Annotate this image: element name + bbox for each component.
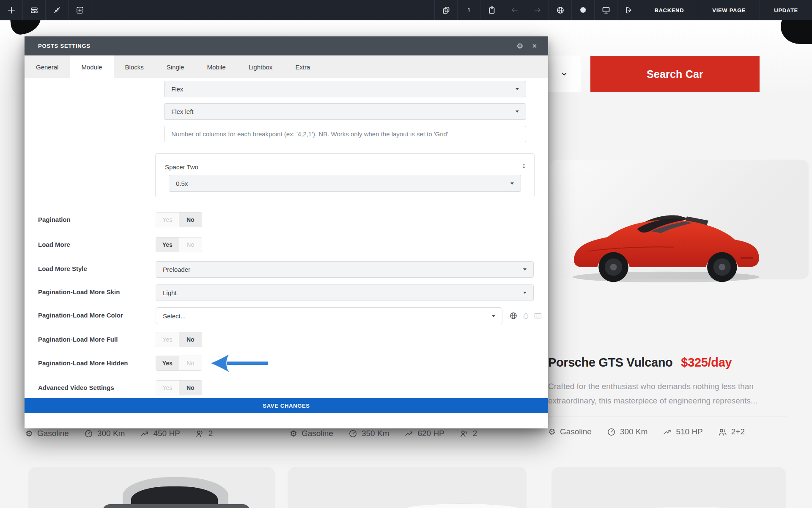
pagination-no-option[interactable]: No	[179, 213, 202, 227]
car-price: $325/day	[681, 356, 732, 370]
undo-button[interactable]	[503, 0, 526, 20]
search-form-dropdown[interactable]	[547, 56, 581, 92]
advanced-video-no-option[interactable]: No	[179, 381, 202, 395]
backend-button[interactable]: BACKEND	[640, 0, 698, 20]
settings-button[interactable]	[571, 0, 594, 20]
layout-button[interactable]	[23, 0, 46, 20]
chevron-down-icon	[560, 69, 569, 79]
load-more-label: Load More	[38, 241, 70, 248]
copy-pages-button[interactable]	[434, 0, 457, 20]
car-listing-card	[551, 467, 786, 508]
full-no-option[interactable]: No	[179, 332, 202, 347]
seats-icon	[718, 428, 727, 436]
spec-fuel-value: Gasoline	[560, 427, 592, 436]
skin-label: Pagination-Load More Skin	[38, 288, 120, 295]
caret-down-icon	[516, 88, 519, 90]
exit-button[interactable]	[617, 0, 640, 20]
page-count-value: 1	[467, 7, 471, 14]
caret-down-icon	[523, 292, 527, 294]
collapse-button[interactable]	[46, 0, 69, 20]
load-more-style-select[interactable]: Preloader	[156, 261, 534, 278]
globe-button[interactable]	[549, 0, 571, 20]
hidden-yes-option[interactable]: Yes	[156, 356, 179, 370]
skin-select[interactable]: Light	[156, 284, 534, 301]
spec-power-value: 510 HP	[676, 427, 702, 436]
plus-icon	[7, 6, 16, 14]
spec-seats: 2+2	[718, 427, 745, 436]
columns-icon[interactable]	[534, 312, 542, 319]
tab-general[interactable]: General	[25, 55, 70, 78]
gauge-icon	[348, 429, 357, 438]
close-icon[interactable]: ✕	[532, 43, 537, 49]
add-element-button[interactable]	[0, 0, 23, 20]
tab-lightbox[interactable]: Lightbox	[237, 55, 284, 78]
monitor-icon	[602, 6, 610, 14]
hidden-label: Pagination-Load More Hidden	[38, 359, 128, 367]
modal-gear-icon[interactable]: ⚙	[516, 42, 523, 50]
layout-align-select[interactable]: Flex left	[164, 103, 526, 120]
skin-select-value: Light	[163, 289, 177, 296]
globe-icon[interactable]	[509, 312, 518, 320]
caret-down-icon	[492, 315, 495, 317]
spacer-two-card: Spacer Two ↕ 0.5x	[155, 153, 535, 197]
pagination-label: Pagination	[38, 216, 71, 223]
layout-icon	[30, 6, 38, 14]
load-more-yes-option[interactable]: Yes	[156, 237, 179, 252]
view-page-label: VIEW PAGE	[712, 7, 746, 14]
spacer-two-label: Spacer Two	[165, 163, 198, 171]
background-specs-left: ⚙ Gasoline 300 Km 450 HP 2	[25, 429, 213, 438]
car-specs-row: ⚙ Gasoline 300 Km 510 HP 2+2	[548, 417, 787, 436]
update-button[interactable]: UPDATE	[760, 0, 812, 20]
spec-seats-value: 2	[473, 429, 477, 438]
tab-module[interactable]: Module	[70, 55, 113, 78]
spacer-two-select-value: 0.5x	[176, 180, 188, 187]
spec-power-value: 620 HP	[417, 429, 444, 438]
spec-range: 300 Km	[84, 429, 125, 438]
spacer-two-select[interactable]: 0.5x	[169, 175, 521, 192]
clipboard-button[interactable]	[480, 0, 503, 20]
car-thumbnail-body	[102, 504, 250, 508]
car-name: Porsche GTS Vulcano	[548, 356, 672, 370]
spec-power-value: 450 HP	[153, 429, 180, 438]
modal-title: POSTS SETTINGS	[38, 43, 91, 49]
clipboard-icon	[488, 6, 496, 14]
tab-mobile[interactable]: Mobile	[195, 55, 237, 78]
resize-vertical-icon[interactable]: ↕	[522, 162, 526, 170]
full-toggle: Yes No	[156, 332, 202, 347]
spec-seats-value: 2+2	[731, 427, 745, 436]
tab-blocks[interactable]: Blocks	[114, 55, 155, 78]
spec-range: 350 Km	[348, 429, 389, 438]
tab-extra[interactable]: Extra	[284, 55, 321, 78]
hidden-no-option[interactable]: No	[179, 356, 202, 370]
tab-single[interactable]: Single	[155, 55, 196, 78]
columns-input[interactable]	[164, 126, 526, 142]
posts-settings-modal: POSTS SETTINGS ⚙ ✕ General Module Blocks…	[25, 36, 548, 428]
advanced-video-yes-option[interactable]: Yes	[156, 381, 179, 395]
trending-up-icon	[140, 429, 149, 438]
full-label: Pagination-Load More Full	[38, 336, 118, 343]
spec-seats: 2	[460, 429, 477, 438]
responsive-preview-button[interactable]	[594, 0, 617, 20]
spec-fuel-value: Gasoline	[37, 429, 69, 438]
globe-icon	[556, 6, 565, 14]
background-specs-middle: ⚙ Gasoline 350 Km 620 HP 2	[290, 429, 477, 438]
backend-label: BACKEND	[654, 7, 684, 14]
search-car-button[interactable]: Search Car	[590, 56, 760, 92]
save-changes-button[interactable]: SAVE CHANGES	[25, 398, 548, 413]
spec-power: 510 HP	[663, 427, 702, 436]
load-more-no-option[interactable]: No	[179, 237, 202, 252]
full-yes-option[interactable]: Yes	[156, 332, 179, 347]
view-page-button[interactable]: VIEW PAGE	[698, 0, 760, 20]
page-count[interactable]: 1	[457, 0, 480, 20]
load-more-style-value: Preloader	[163, 266, 190, 273]
add-section-button[interactable]	[69, 0, 91, 20]
update-label: UPDATE	[774, 7, 798, 14]
layout-select[interactable]: Flex	[164, 81, 526, 97]
droplet-icon[interactable]	[522, 312, 529, 320]
pagination-yes-option[interactable]: Yes	[156, 213, 179, 227]
redo-button[interactable]	[526, 0, 549, 20]
color-label: Pagination-Load More Color	[38, 312, 123, 319]
color-select[interactable]: Select...	[156, 307, 502, 324]
engine-icon: ⚙	[548, 428, 556, 436]
gauge-icon	[607, 428, 616, 436]
